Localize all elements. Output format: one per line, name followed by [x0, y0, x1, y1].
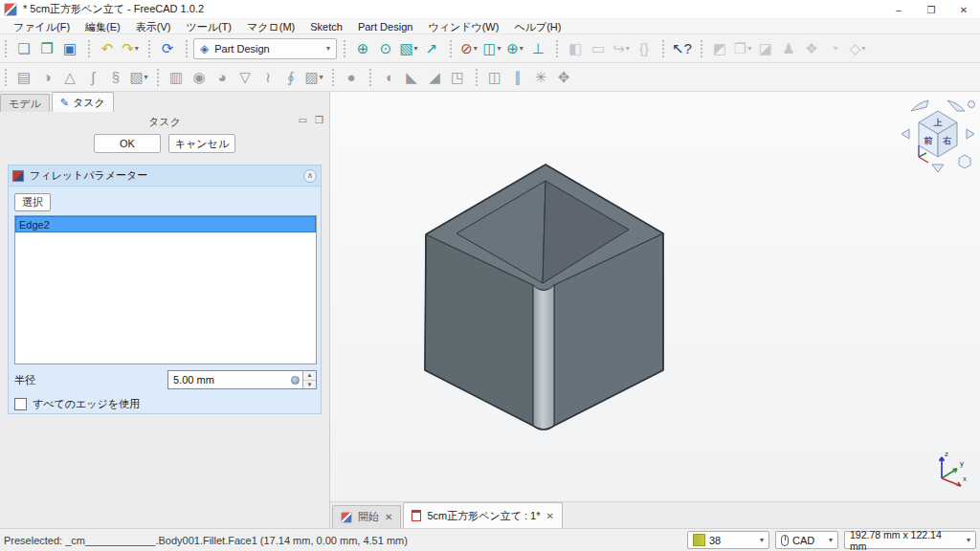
- thickness-button[interactable]: ◳: [446, 66, 469, 89]
- fit-selection-button[interactable]: ⊙: [374, 37, 397, 60]
- radius-value[interactable]: 5.00 mm: [168, 374, 291, 386]
- navigation-cube[interactable]: 上 前 右: [898, 96, 978, 176]
- fillet-parameters-header[interactable]: フィレットパラメーター ∧: [9, 165, 321, 187]
- axonometric-view-button[interactable]: ◫▾: [480, 37, 503, 60]
- 3d-viewport[interactable]: 上 前 右 z y x: [330, 92, 980, 501]
- redo-button[interactable]: ↷▾: [119, 37, 142, 60]
- part-shape-button[interactable]: ◧: [564, 37, 587, 60]
- clone-button[interactable]: ◔: [823, 37, 846, 60]
- polar-pattern-button[interactable]: ✳: [529, 66, 552, 89]
- menu-item-3[interactable]: 表示(V): [128, 19, 179, 34]
- clipping-plane-button[interactable]: ⊘▾: [457, 37, 480, 60]
- toolbar-grip[interactable]: [556, 40, 561, 57]
- expression-icon[interactable]: [291, 376, 300, 385]
- menu-item-6[interactable]: Sketch: [302, 19, 350, 34]
- tab-close-icon[interactable]: ✕: [546, 511, 554, 521]
- export-button[interactable]: ↪▾: [610, 37, 633, 60]
- zoom-tools-button[interactable]: ⊕▾: [503, 37, 526, 60]
- shape-binder-button[interactable]: ❖: [800, 37, 823, 60]
- toolbar-grip[interactable]: [476, 69, 480, 86]
- orbit-toggle-icon[interactable]: [969, 101, 975, 108]
- cancel-button[interactable]: キャンセル: [168, 134, 235, 153]
- panel-dock-icon[interactable]: ▭: [299, 115, 307, 125]
- toolbar-grip[interactable]: [662, 40, 667, 57]
- boolean-operation-button[interactable]: ●: [340, 66, 363, 89]
- toolbar-grip[interactable]: [344, 40, 348, 57]
- tab-model[interactable]: モデル: [0, 94, 50, 112]
- model-fillet-edge[interactable]: [533, 285, 554, 430]
- toolbar-grip[interactable]: [332, 69, 337, 86]
- additive-primitives-button[interactable]: ▧▾: [127, 66, 150, 89]
- subtractive-loft-button[interactable]: ▽: [234, 66, 256, 89]
- additive-pipe-button[interactable]: ∫: [81, 66, 104, 89]
- revolution-button[interactable]: ◑: [35, 66, 58, 89]
- draft-button[interactable]: ◢: [423, 66, 446, 89]
- toolbar-grip[interactable]: [5, 40, 10, 57]
- panel-float-icon[interactable]: ❐: [315, 115, 323, 125]
- groove-button[interactable]: ◕: [211, 66, 234, 89]
- linear-pattern-button[interactable]: ∥: [506, 66, 529, 89]
- close-button[interactable]: ✕: [947, 0, 980, 19]
- mini-cube-icon[interactable]: [959, 155, 970, 168]
- fillet-button[interactable]: ◖: [377, 66, 400, 89]
- edge-list[interactable]: Edge2: [14, 215, 317, 364]
- standard-views-button[interactable]: ▧▾: [397, 37, 420, 60]
- tab-start[interactable]: 開始✕: [332, 505, 401, 528]
- nav-arrow-left-icon[interactable]: [902, 129, 909, 139]
- datum-button[interactable]: ◇▾: [846, 37, 869, 60]
- nav-arrow-down-icon[interactable]: [932, 165, 944, 172]
- menu-item-5[interactable]: マクロ(M): [239, 19, 302, 34]
- toolbar-grip[interactable]: [88, 40, 93, 57]
- rotate-left-icon[interactable]: [911, 100, 928, 111]
- appearance-button[interactable]: ◩: [708, 37, 731, 60]
- tab-close-icon[interactable]: ✕: [385, 512, 392, 522]
- radius-spin-up[interactable]: ▲: [303, 371, 316, 380]
- ok-button[interactable]: OK: [94, 134, 161, 153]
- edge-list-item[interactable]: Edge2: [15, 216, 316, 232]
- measure-button[interactable]: ⊥: [526, 37, 549, 60]
- group-button[interactable]: ▭: [587, 37, 610, 60]
- subtractive-pipe-button[interactable]: ≀: [256, 66, 279, 89]
- pocket-button[interactable]: ▥: [165, 66, 188, 89]
- select-edge-button[interactable]: 選択: [14, 193, 51, 211]
- tab-tasks[interactable]: ✎ タスク: [52, 92, 114, 112]
- menu-item-4[interactable]: ツール(T): [178, 19, 239, 34]
- sync-view-button[interactable]: ↗: [420, 37, 443, 60]
- additive-helix-button[interactable]: §: [104, 66, 127, 89]
- subtractive-helix-button[interactable]: ∮: [279, 66, 302, 89]
- additive-loft-button[interactable]: △: [58, 66, 81, 89]
- pad-button[interactable]: ▤: [12, 66, 35, 89]
- toolbar-grip[interactable]: [5, 69, 10, 86]
- menu-item-1[interactable]: ファイル(F): [6, 19, 78, 34]
- undo-button[interactable]: ↶: [96, 37, 119, 60]
- toolbar-grip[interactable]: [148, 40, 153, 57]
- radius-spin-down[interactable]: ▼: [303, 380, 316, 389]
- toolbar-grip[interactable]: [701, 40, 705, 57]
- save-document-button[interactable]: ▣: [58, 37, 81, 60]
- collapse-section-icon[interactable]: ∧: [303, 169, 317, 183]
- menu-item-7[interactable]: Part Design: [350, 19, 420, 34]
- body-button[interactable]: ◪: [754, 37, 777, 60]
- chamfer-button[interactable]: ◣: [400, 66, 423, 89]
- use-all-edges-checkbox[interactable]: [14, 398, 27, 410]
- minimize-button[interactable]: –: [882, 0, 915, 19]
- mirrored-button[interactable]: ◫: [483, 66, 506, 89]
- refresh-button[interactable]: ⟳: [156, 37, 179, 60]
- expression-button[interactable]: {}: [633, 37, 656, 60]
- tab-document-active[interactable]: 5cm正方形ペン立て : 1*✕: [403, 502, 563, 528]
- menu-item-9[interactable]: ヘルプ(H): [506, 19, 568, 34]
- toolbar-grip[interactable]: [369, 69, 374, 86]
- subtractive-primitives-button[interactable]: ▨▾: [302, 66, 325, 89]
- multitransform-button[interactable]: ✥: [552, 66, 575, 89]
- person-button[interactable]: ♟: [777, 37, 800, 60]
- menu-item-2[interactable]: 編集(E): [78, 19, 128, 34]
- toolbar-grip[interactable]: [450, 40, 455, 57]
- navigation-style-dropdown[interactable]: CAD ▾: [775, 531, 838, 549]
- whats-this-button[interactable]: ↖?: [670, 37, 694, 60]
- restore-button[interactable]: ❐: [915, 0, 947, 19]
- workbench-selector[interactable]: ◈Part Design▾: [193, 38, 337, 59]
- overlay-opacity-dropdown[interactable]: 38 ▾: [687, 531, 769, 549]
- toolbar-grip[interactable]: [186, 40, 190, 57]
- view-dimensions-dropdown[interactable]: 192.78 mm x 122.14 mm ▾: [844, 531, 976, 549]
- menu-item-8[interactable]: ウィンドウ(W): [420, 19, 506, 34]
